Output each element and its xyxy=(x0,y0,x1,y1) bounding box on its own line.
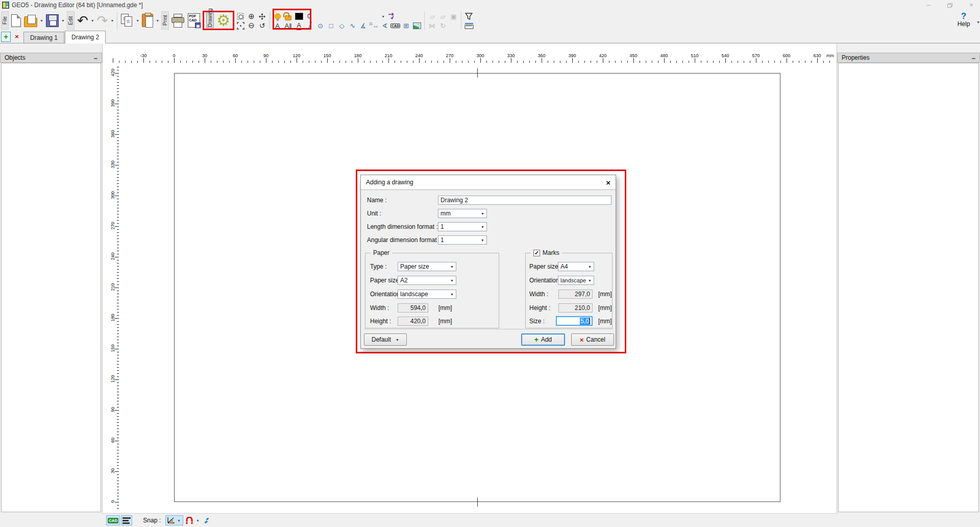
redo-button[interactable]: ↷ xyxy=(96,11,109,30)
zoom-in-button[interactable]: ⊕ xyxy=(246,12,257,21)
print-button[interactable] xyxy=(170,11,186,30)
polygon-tool[interactable]: ◇ xyxy=(336,21,347,30)
remove-drawing-button[interactable]: × xyxy=(12,32,21,42)
line-style-panel-button[interactable] xyxy=(121,515,132,525)
v-ruler-tick xyxy=(117,211,119,211)
copy-dropdown[interactable]: ▼ xyxy=(136,19,139,22)
visibility-button[interactable] xyxy=(272,12,283,21)
polygon-icon: ◇ xyxy=(339,22,345,30)
copy-objects-button[interactable]: ▱ xyxy=(427,12,437,21)
marks-size-input[interactable]: 5,0 xyxy=(556,316,593,326)
save-button[interactable] xyxy=(45,11,60,30)
v-ruler-tick xyxy=(117,361,119,362)
text-tool[interactable]: A xyxy=(272,21,283,30)
redo-dropdown[interactable]: ▼ xyxy=(110,19,114,22)
cancel-button[interactable]: ×Cancel xyxy=(571,333,614,346)
angular-format-select[interactable]: 1▼ xyxy=(438,235,487,245)
measure-button[interactable] xyxy=(463,21,474,30)
lock-button[interactable] xyxy=(283,12,293,21)
help-area[interactable]: ? Help ▼ xyxy=(951,12,976,28)
file-menu[interactable]: File xyxy=(1,11,9,30)
dimension-tool[interactable]: 11↔ xyxy=(369,21,379,30)
zoom-fit-button[interactable] xyxy=(235,21,246,30)
line-style-combo[interactable]: 0 ▼ xyxy=(304,12,386,21)
restore-button[interactable] xyxy=(947,3,952,8)
export-pdf-cad-button[interactable]: PDFCAD xyxy=(187,11,201,30)
undo-button[interactable]: ↶ xyxy=(76,11,89,30)
spline-tool[interactable]: ∿ xyxy=(347,21,358,30)
dialog-close-button[interactable]: × xyxy=(606,178,610,187)
name-input[interactable]: Drawing 2 xyxy=(438,196,611,205)
zoom-window-button[interactable] xyxy=(235,12,246,21)
drawing-menu[interactable]: Drawing xyxy=(206,13,214,28)
new-file-button[interactable] xyxy=(10,11,22,30)
close-button[interactable]: × xyxy=(966,0,977,10)
save-dropdown[interactable]: ▼ xyxy=(61,19,65,22)
marks-paper-size-select[interactable]: A4▼ xyxy=(558,262,594,271)
rotate-button[interactable]: ↻ xyxy=(437,21,448,30)
line-tool[interactable]: ╱ xyxy=(304,21,315,30)
copy-button[interactable] xyxy=(120,11,134,30)
paper-orientation-select[interactable]: landscape▼ xyxy=(398,290,456,299)
snap-mode-button[interactable]: ▼ xyxy=(165,515,183,525)
help-dropdown[interactable]: ▼ xyxy=(976,20,980,24)
v-ruler-tick xyxy=(117,321,119,322)
cad-block-tool[interactable]: CAD xyxy=(390,21,401,30)
h-ruler-number: 630 xyxy=(810,53,825,58)
line-style-dropdown[interactable]: ▼ xyxy=(381,15,385,18)
marks-orientation-select[interactable]: landscape▼ xyxy=(558,276,594,285)
magnet-button[interactable] xyxy=(184,515,194,525)
cad-mode-button[interactable]: CAD xyxy=(106,515,120,525)
v-ruler-tick xyxy=(117,386,119,386)
v-ruler-tick xyxy=(117,327,119,328)
minimize-button[interactable]: – xyxy=(923,0,934,10)
properties-minimize-button[interactable]: – xyxy=(972,54,975,62)
previous-view-button[interactable]: ↺ xyxy=(257,21,267,30)
paper-type-select[interactable]: Paper size▼ xyxy=(398,262,456,271)
tab-drawing-2[interactable]: Drawing 2 xyxy=(65,31,106,43)
settings-wrench-button[interactable] xyxy=(201,515,211,525)
paper-size-select[interactable]: A2▼ xyxy=(398,276,456,285)
open-dropdown[interactable]: ▼ xyxy=(40,19,43,22)
marks-checkbox[interactable]: ✓ xyxy=(533,250,540,256)
magnet-dropdown[interactable]: ▼ xyxy=(196,519,200,522)
default-button[interactable]: Default▼ xyxy=(364,333,407,346)
paste-dropdown[interactable]: ▼ xyxy=(156,19,159,22)
add-drawing-button[interactable]: + xyxy=(1,32,11,42)
circle-tool[interactable]: ⊙ xyxy=(315,21,326,30)
insert-layer-button[interactable] xyxy=(386,12,397,21)
text-block-tool[interactable]: A‖ xyxy=(283,21,293,30)
add-button[interactable]: +Add xyxy=(521,333,565,346)
h-ruler: -300306090120150180210240270300330360390… xyxy=(103,53,837,64)
rectangle-tool[interactable]: □ xyxy=(326,21,336,30)
table-tool[interactable]: ⊞ xyxy=(401,21,411,30)
undo-dropdown[interactable]: ▼ xyxy=(91,19,94,22)
color-picker-button[interactable] xyxy=(293,12,304,21)
print-menu[interactable]: Print xyxy=(161,11,169,30)
text-underline-tool[interactable]: A xyxy=(293,21,304,30)
measure-angle-tool[interactable]: ∡ xyxy=(358,21,369,30)
filter-button[interactable] xyxy=(463,12,474,21)
dialog-title-bar[interactable]: Adding a drawing × xyxy=(361,175,616,190)
zoom-out-button[interactable]: ⊖ xyxy=(246,21,257,30)
objects-panel-body[interactable] xyxy=(1,63,101,512)
edit-menu[interactable]: Edit xyxy=(67,11,75,30)
drawing-settings-button[interactable]: ⚙ xyxy=(215,13,231,28)
length-format-select[interactable]: 1▼ xyxy=(438,222,487,231)
h-ruler-tick xyxy=(486,61,487,63)
open-file-button[interactable] xyxy=(23,11,38,30)
copy-objects-2-button[interactable]: ▱ xyxy=(437,12,448,21)
image-tool[interactable] xyxy=(411,21,422,30)
pan-button[interactable] xyxy=(257,12,267,21)
angular-dimension-tool[interactable]: ∢ xyxy=(379,21,390,30)
h-ruler-tick xyxy=(744,61,744,63)
v-ruler-tick xyxy=(117,260,119,260)
unit-select[interactable]: mm▼ xyxy=(438,209,487,218)
tab-drawing-1[interactable]: Drawing 1 xyxy=(23,32,64,43)
paste-button[interactable] xyxy=(141,11,154,30)
copy-stack-button[interactable]: ▣ xyxy=(448,12,459,21)
objects-minimize-button[interactable]: – xyxy=(94,54,97,62)
properties-panel-body[interactable] xyxy=(838,63,979,512)
snap-dropdown[interactable]: ▼ xyxy=(177,519,181,522)
mirror-button[interactable]: ⋈ xyxy=(427,21,437,30)
